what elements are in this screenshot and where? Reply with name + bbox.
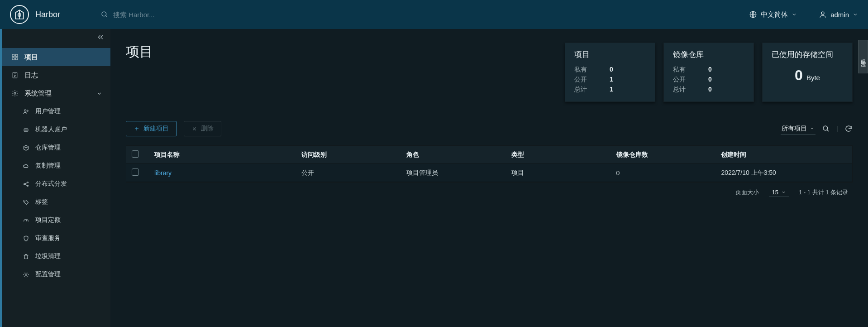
stat-label: 总计 <box>574 84 587 94</box>
sidebar-item-distribution[interactable]: 分布式分发 <box>0 175 110 193</box>
select-all-checkbox[interactable] <box>132 150 139 158</box>
sidebar-item-gc[interactable]: 垃圾清理 <box>0 247 110 265</box>
sidebar-item-label: 配置管理 <box>35 270 61 279</box>
delete-button[interactable]: 删除 <box>184 121 221 136</box>
table-row: library 公开 项目管理员 项目 0 2022/7/10 上午3:50 <box>126 164 852 182</box>
col-type[interactable]: 类型 <box>506 151 611 159</box>
cog-icon <box>11 90 19 97</box>
page-size-select[interactable]: 15 <box>769 188 788 197</box>
search-toggle-button[interactable] <box>822 125 830 133</box>
gauge-icon <box>22 217 30 224</box>
svg-rect-7 <box>12 58 14 60</box>
cell-role: 项目管理员 <box>401 169 506 177</box>
sidebar-collapse-button[interactable] <box>0 29 110 45</box>
stat-label: 总计 <box>673 84 686 94</box>
global-search[interactable] <box>100 10 291 19</box>
filter-label: 所有项目 <box>782 125 807 133</box>
stat-label: 公开 <box>574 74 587 84</box>
document-icon <box>11 72 19 79</box>
table-header: 项目名称 访问级别 角色 类型 镜像仓库数 创建时间 <box>126 146 852 164</box>
filter-select[interactable]: 所有项目 <box>781 123 816 135</box>
sidebar-item-logs[interactable]: 日志 <box>0 66 110 84</box>
side-floating-tab[interactable]: 扫码关注 <box>858 40 868 73</box>
cell-access: 公开 <box>296 169 401 177</box>
svg-point-21 <box>27 182 29 183</box>
language-label: 中文简体 <box>761 10 788 19</box>
sidebar-item-config[interactable]: 配置管理 <box>0 265 110 284</box>
button-label: 删除 <box>201 125 214 133</box>
sidebar-item-repos[interactable]: 仓库管理 <box>0 139 110 157</box>
svg-point-15 <box>27 110 28 111</box>
projects-table: 项目名称 访问级别 角色 类型 镜像仓库数 创建时间 library 公开 项目… <box>126 145 853 183</box>
storage-unit: Byte <box>806 74 820 82</box>
chevron-down-icon <box>792 12 797 17</box>
col-access[interactable]: 访问级别 <box>296 151 401 159</box>
sidebar-item-robots[interactable]: 机器人账户 <box>0 120 110 139</box>
sidebar-item-label: 分布式分发 <box>35 180 67 188</box>
svg-rect-8 <box>15 58 18 60</box>
sidebar-item-label: 项目 <box>24 53 38 62</box>
col-role[interactable]: 角色 <box>401 151 506 159</box>
stat-label: 公开 <box>673 74 686 84</box>
x-icon <box>191 126 197 132</box>
svg-point-4 <box>821 12 824 14</box>
stat-value: 0 <box>708 74 712 84</box>
app-name: Harbor <box>35 10 60 19</box>
svg-rect-5 <box>12 54 14 57</box>
col-created[interactable]: 创建时间 <box>715 151 852 159</box>
gear-icon <box>22 271 30 278</box>
project-link[interactable]: library <box>154 169 172 177</box>
stat-value: 1 <box>610 74 613 84</box>
svg-rect-6 <box>15 54 18 57</box>
sidebar-item-label: 日志 <box>24 71 38 80</box>
sidebar-item-label: 复制管理 <box>35 162 61 170</box>
storage-value: 0 <box>795 67 803 84</box>
search-icon <box>100 10 109 19</box>
chevron-down-icon <box>781 190 786 195</box>
sidebar-item-admin[interactable]: 系统管理 <box>0 84 110 102</box>
svg-point-14 <box>24 110 26 111</box>
svg-point-27 <box>25 274 27 275</box>
sidebar-item-users[interactable]: 用户管理 <box>0 102 110 120</box>
pagination: 页面大小 15 1 - 1 共计 1 条记录 <box>126 183 853 199</box>
search-input[interactable] <box>113 11 285 19</box>
main-content: 项目 项目 私有0 公开1 总计1 镜像仓库 私有0 公开0 总计0 已使用的存… <box>110 29 868 327</box>
grid-icon <box>11 53 19 61</box>
sidebar-item-label: 仓库管理 <box>35 144 61 152</box>
card-title: 镜像仓库 <box>673 49 744 60</box>
sidebar-item-projects[interactable]: 项目 <box>0 48 110 66</box>
svg-line-23 <box>25 183 27 184</box>
stat-value: 0 <box>708 64 712 74</box>
chevron-down-icon <box>96 91 102 96</box>
sidebar-item-label: 机器人账户 <box>35 125 67 134</box>
user-name: admin <box>830 11 849 19</box>
chevron-down-icon <box>853 12 858 17</box>
col-repo-count[interactable]: 镜像仓库数 <box>611 151 716 159</box>
svg-line-33 <box>827 130 829 131</box>
cell-created: 2022/7/10 上午3:50 <box>715 169 852 177</box>
stat-value: 0 <box>708 84 712 94</box>
card-storage: 已使用的存储空间 0 Byte <box>762 43 853 102</box>
col-name[interactable]: 项目名称 <box>149 151 296 159</box>
svg-line-26 <box>26 220 27 221</box>
user-menu[interactable]: admin <box>819 10 858 19</box>
svg-point-32 <box>823 126 828 130</box>
cell-repo-count: 0 <box>611 169 716 177</box>
cube-icon <box>22 144 30 151</box>
sidebar-item-label: 审查服务 <box>35 234 61 242</box>
stat-value: 0 <box>610 64 613 74</box>
sidebar-item-audit[interactable]: 审查服务 <box>0 229 110 247</box>
sidebar-item-labels[interactable]: 标签 <box>0 193 110 211</box>
svg-line-2 <box>105 15 107 17</box>
tag-icon <box>22 199 30 206</box>
row-checkbox[interactable] <box>132 168 139 176</box>
page-size-value: 15 <box>772 189 778 196</box>
language-selector[interactable]: 中文简体 <box>749 10 797 19</box>
page-summary: 1 - 1 共计 1 条记录 <box>799 188 848 197</box>
card-repos: 镜像仓库 私有0 公开0 总计0 <box>663 43 754 102</box>
sidebar-item-quotas[interactable]: 项目定额 <box>0 211 110 229</box>
sidebar-item-replication[interactable]: 复制管理 <box>0 157 110 175</box>
brand[interactable]: Harbor <box>10 5 96 24</box>
refresh-button[interactable] <box>844 125 853 133</box>
new-project-button[interactable]: 新建项目 <box>126 121 176 136</box>
